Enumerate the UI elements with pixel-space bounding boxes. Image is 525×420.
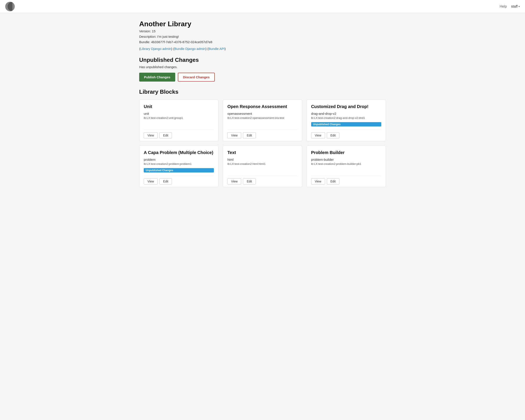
publish-actions: Publish Changes Discard Changes (139, 73, 386, 82)
card-title: Unit (144, 104, 214, 109)
card-footer: ViewEdit (311, 129, 381, 141)
view-button[interactable]: View (227, 178, 241, 184)
staff-label: staff (511, 5, 518, 9)
library-blocks-title: Library Blocks (139, 89, 386, 95)
publish-changes-button[interactable]: Publish Changes (139, 73, 175, 82)
card-id: lb:LX:test-creation2:problem-builder:pb1 (311, 162, 381, 165)
bundle-text: Bundle: 4b33677f-7eb7-4376-8752-024ce057… (139, 40, 386, 44)
bundle-admin-link[interactable]: Bundle Django admin (174, 47, 205, 51)
card-type: unit (144, 112, 214, 115)
edit-button[interactable]: Edit (159, 132, 172, 138)
unpublished-description: Has unpublished changes. (139, 65, 386, 69)
edit-button[interactable]: Edit (243, 178, 255, 184)
block-card: Texthtmllb:LX:test-creation2:html:html1V… (223, 146, 302, 187)
card-id: lb:LX:test-creation2:problem:problem1 (144, 162, 214, 165)
edit-button[interactable]: Edit (243, 132, 255, 138)
description-text: Description: I'm just testing! (139, 35, 386, 38)
card-title: Text (227, 150, 298, 155)
card-type: problem (144, 158, 214, 161)
edit-button[interactable]: Edit (327, 132, 339, 138)
card-id: lb:LX:test-creation2:unit:group1 (144, 116, 214, 119)
card-id: lb:LX:test-creation2:html:html1 (227, 162, 298, 165)
page-title: Another Library (139, 20, 386, 28)
card-footer: ViewEdit (227, 129, 298, 141)
header: Help staff ▾ (0, 0, 525, 13)
card-footer: ViewEdit (227, 175, 298, 187)
header-nav: Help staff ▾ (500, 5, 520, 9)
admin-links: (Library Django admin) (Bundle Django ad… (139, 47, 386, 51)
block-card: Problem Builderproblem-builderlb:LX:test… (307, 146, 386, 187)
library-admin-link[interactable]: Library Django admin (140, 47, 171, 51)
block-card: Unitunitlb:LX:test-creation2:unit:group1… (139, 100, 218, 141)
view-button[interactable]: View (311, 178, 325, 184)
unpublished-section-title: Unpublished Changes (139, 57, 386, 63)
cards-grid: Unitunitlb:LX:test-creation2:unit:group1… (139, 100, 386, 187)
card-id: lb:LX:test-creation2:drag-and-drop-v2:dn… (311, 116, 381, 119)
version-text: Version: 15 (139, 29, 386, 33)
card-type: html (227, 158, 298, 161)
card-footer: ViewEdit (144, 175, 214, 187)
view-button[interactable]: View (227, 132, 241, 138)
card-type: drag-and-drop-v2 (311, 112, 381, 115)
logo (5, 2, 15, 11)
view-button[interactable]: View (144, 132, 158, 138)
card-title: Open Response Assessment (227, 104, 298, 109)
staff-menu[interactable]: staff ▾ (511, 5, 520, 9)
unpublished-badge: Unpublished Changes (144, 168, 214, 173)
card-type: openassessment (227, 112, 298, 115)
card-title: Customized Drag and Drop! (311, 104, 381, 109)
block-card: Open Response Assessmentopenassessmentlb… (223, 100, 302, 141)
card-title: Problem Builder (311, 150, 381, 155)
logo-inner (8, 2, 12, 11)
bundle-api-link[interactable]: Bundle API (208, 47, 225, 51)
card-type: problem-builder (311, 158, 381, 161)
card-id: lb:LX:test-creation2:openassessment:ora-… (227, 116, 298, 119)
view-button[interactable]: View (311, 132, 325, 138)
view-button[interactable]: View (144, 178, 158, 184)
chevron-down-icon: ▾ (518, 5, 520, 8)
edit-button[interactable]: Edit (327, 178, 339, 184)
card-title: A Capa Problem (Multiple Choice) (144, 150, 214, 155)
help-link[interactable]: Help (500, 5, 507, 9)
card-footer: ViewEdit (144, 129, 214, 141)
discard-changes-button[interactable]: Discard Changes (178, 73, 215, 82)
block-card: Customized Drag and Drop!drag-and-drop-v… (307, 100, 386, 141)
card-footer: ViewEdit (311, 175, 381, 187)
block-card: A Capa Problem (Multiple Choice)probleml… (139, 146, 218, 187)
main-content: Another Library Version: 15 Description:… (132, 13, 393, 194)
unpublished-badge: Unpublished Changes (311, 122, 381, 127)
edit-button[interactable]: Edit (159, 178, 172, 184)
